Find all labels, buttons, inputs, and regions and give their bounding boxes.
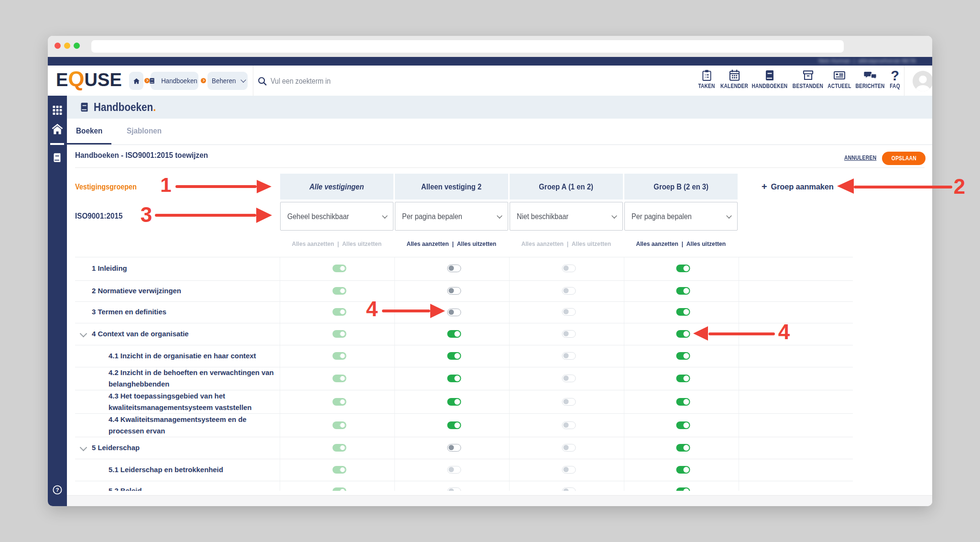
svg-text:?: ? [55, 487, 59, 493]
